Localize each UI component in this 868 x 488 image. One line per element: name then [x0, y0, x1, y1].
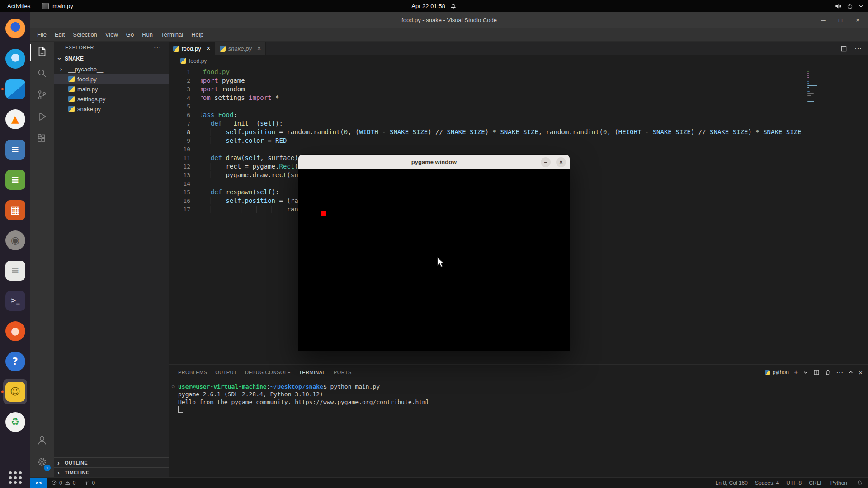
pygame-window[interactable]: pygame window – ×: [298, 155, 570, 351]
close-icon[interactable]: ×: [207, 45, 210, 52]
outline-section[interactable]: › OUTLINE: [54, 457, 169, 467]
menu-selection[interactable]: Selection: [69, 29, 101, 40]
terminal[interactable]: ○user@user-virtual-machine:~/Desktop/sna…: [169, 380, 868, 413]
close-panel-icon[interactable]: ×: [859, 369, 863, 376]
ubuntu-software-dock-item[interactable]: ●: [0, 316, 30, 346]
timeline-section[interactable]: › TIMELINE: [54, 467, 169, 477]
line-number[interactable]: 15: [169, 188, 201, 197]
explorer-item-mainpy[interactable]: ›main.py: [54, 84, 169, 94]
show-applications-button[interactable]: [9, 471, 22, 484]
maximize-icon[interactable]: □: [837, 17, 844, 23]
close-icon[interactable]: ×: [257, 45, 261, 52]
extensions-view-button[interactable]: [30, 128, 54, 150]
pygame-titlebar[interactable]: pygame window – ×: [298, 155, 570, 170]
panel-tab-ports[interactable]: PORTS: [334, 365, 352, 380]
minimap[interactable]: [807, 71, 817, 103]
line-number[interactable]: 6: [169, 111, 201, 119]
status-language[interactable]: Python: [830, 480, 847, 486]
line-number[interactable]: 13: [169, 171, 201, 179]
menu-help[interactable]: Help: [187, 29, 208, 40]
libreoffice-calc-dock-item[interactable]: ≡: [0, 164, 30, 195]
split-terminal-icon[interactable]: [813, 369, 820, 375]
code-line[interactable]: 5: [169, 102, 868, 111]
line-number[interactable]: 11: [169, 154, 201, 162]
terminal-dock-item[interactable]: >_: [0, 286, 30, 316]
line-number[interactable]: 5: [169, 102, 201, 111]
code-line[interactable]: 4from settings import *: [169, 94, 868, 102]
libreoffice-impress-dock-item[interactable]: ▦: [0, 195, 30, 225]
vscode-dock-item[interactable]: [0, 74, 30, 104]
explorer-item-snakepy[interactable]: ›snake.py: [54, 104, 169, 114]
project-root-snake[interactable]: › SNAKE: [54, 53, 169, 64]
explorer-view-button[interactable]: [30, 42, 54, 63]
search-view-button[interactable]: [30, 63, 54, 85]
system-tray[interactable]: [835, 3, 863, 9]
explorer-item-foodpy[interactable]: ›food.py: [54, 74, 169, 84]
settings-gear-button[interactable]: 1: [30, 452, 54, 474]
account-button[interactable]: [30, 430, 54, 452]
line-number[interactable]: 1: [169, 68, 201, 76]
tab-food.py[interactable]: food.py×: [169, 42, 215, 55]
line-number[interactable]: 4: [169, 94, 201, 102]
line-number[interactable]: 12: [169, 162, 201, 171]
code-line[interactable]: 8 self.position = random.randint(0, (WID…: [169, 128, 868, 136]
text-editor-dock-item[interactable]: ≡: [0, 255, 30, 286]
panel-more-actions-icon[interactable]: ⋯: [836, 368, 843, 377]
status-indentation[interactable]: Spaces: 4: [755, 480, 779, 486]
pygame-close-icon[interactable]: ×: [556, 157, 566, 167]
code-line[interactable]: 2import pygame: [169, 76, 868, 85]
panel-tab-debug-console[interactable]: DEBUG CONSOLE: [245, 365, 291, 380]
firefox-dock-item[interactable]: [0, 13, 30, 43]
thunderbird-dock-item[interactable]: [0, 43, 30, 74]
vlc-dock-item[interactable]: ▲: [0, 104, 30, 134]
line-number[interactable]: 17: [169, 205, 201, 214]
help-dock-item[interactable]: ?: [0, 346, 30, 376]
terminal-instance-python[interactable]: python: [765, 369, 789, 375]
libreoffice-writer-dock-item[interactable]: ≡: [0, 134, 30, 164]
panel-tab-terminal[interactable]: TERMINAL: [299, 365, 326, 380]
source-control-view-button[interactable]: [30, 85, 54, 107]
vscode-titlebar[interactable]: food.py - snake - Visual Studio Code ─ □…: [30, 12, 868, 28]
line-number[interactable]: 8: [169, 128, 201, 136]
status-eol[interactable]: CRLF: [809, 480, 823, 486]
pygame-canvas[interactable]: [298, 169, 570, 351]
pygame-app-dock-item[interactable]: ☺: [0, 376, 30, 407]
code-line[interactable]: 1# food.py: [169, 68, 868, 76]
line-number[interactable]: 10: [169, 145, 201, 154]
breadcrumb[interactable]: food.py: [169, 55, 868, 66]
new-terminal-icon[interactable]: +: [794, 368, 798, 376]
explorer-item-settingspy[interactable]: ›settings.py: [54, 94, 169, 104]
code-line[interactable]: 9 self.color = RED: [169, 136, 868, 145]
line-number[interactable]: 2: [169, 76, 201, 85]
trash-dock-item[interactable]: ♻: [0, 407, 30, 437]
status-encoding[interactable]: UTF-8: [786, 480, 802, 486]
gimp-dock-item[interactable]: ◉: [0, 225, 30, 255]
line-number[interactable]: 7: [169, 119, 201, 128]
ports-status[interactable]: 0: [80, 478, 99, 488]
focused-app-button[interactable]: main.py: [42, 3, 73, 9]
status-cursor-position[interactable]: Ln 8, Col 160: [716, 480, 748, 486]
menu-file[interactable]: File: [33, 29, 51, 40]
maximize-panel-icon[interactable]: [848, 370, 854, 375]
explorer-item-pycache[interactable]: ›__pycache__: [54, 64, 169, 74]
minimize-icon[interactable]: ─: [820, 17, 826, 23]
close-icon[interactable]: ×: [854, 17, 861, 23]
menu-edit[interactable]: Edit: [51, 29, 69, 40]
activities-button[interactable]: Activities: [7, 3, 30, 9]
problems-status[interactable]: 0 0: [47, 478, 80, 488]
menu-terminal[interactable]: Terminal: [157, 29, 187, 40]
code-line[interactable]: 7 def __init__(self):: [169, 119, 868, 128]
run-debug-view-button[interactable]: [30, 107, 54, 128]
kill-terminal-icon[interactable]: [825, 369, 831, 375]
terminal-profile-chevron-icon[interactable]: [803, 370, 808, 375]
clock-menu[interactable]: Apr 22 01:58: [411, 3, 456, 9]
line-number[interactable]: 14: [169, 179, 201, 188]
line-number[interactable]: 9: [169, 136, 201, 145]
panel-tab-output[interactable]: OUTPUT: [215, 365, 237, 380]
line-number[interactable]: 16: [169, 197, 201, 205]
menu-view[interactable]: View: [101, 29, 122, 40]
notifications-bell-icon[interactable]: [853, 478, 868, 488]
pygame-minimize-icon[interactable]: –: [541, 157, 551, 167]
line-number[interactable]: 3: [169, 85, 201, 94]
menu-go[interactable]: Go: [122, 29, 138, 40]
